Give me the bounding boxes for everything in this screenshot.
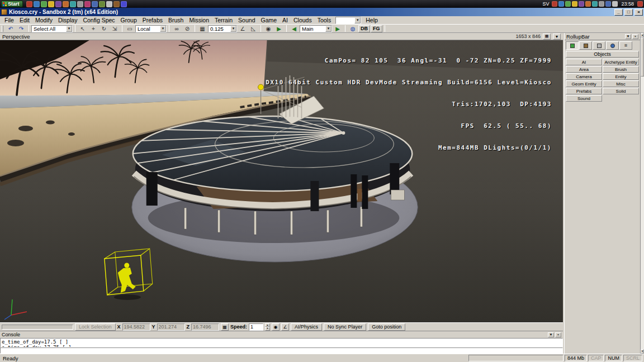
undo-icon[interactable]: ↶ [6,25,16,32]
redo-icon[interactable]: ↷ [16,25,26,32]
console-input[interactable] [0,347,563,354]
globe-icon[interactable]: ◍ [348,25,358,32]
tray-icon[interactable] [558,1,564,7]
tray-icon[interactable] [552,1,557,7]
menu-config-spec[interactable]: Config Spec [80,17,117,23]
taskbar-icon[interactable] [34,1,40,7]
snap-value-dropdown[interactable]: 0.125 ▼ [208,25,237,32]
taskbar-icon[interactable] [113,1,120,7]
viewport-3d-scene[interactable]: CamPos= 82 105 36 Angl=-31 0 -72 ZN=0.25… [0,40,563,322]
goto-prev-location-icon[interactable]: ◀ [289,25,299,32]
rollup-tab-layers[interactable]: ≡ [619,41,632,50]
object-button-sound[interactable]: Sound [566,95,602,102]
selection-mask-dropdown[interactable]: Select All ▼ [31,25,73,32]
taskbar-icon[interactable] [48,1,54,7]
menu-file[interactable]: File [2,17,17,23]
tray-icon[interactable] [572,1,577,7]
menu-clouds[interactable]: Clouds [291,17,315,23]
dropdown-arrow-icon[interactable]: ▼ [354,17,361,23]
play-game-icon[interactable]: ▶ [274,25,284,32]
object-button-entity[interactable]: Entity [603,73,639,80]
scrollbar-thumb[interactable] [641,37,644,77]
object-button-misc[interactable]: Misc [603,80,639,87]
start-button[interactable]: Start [1,1,23,7]
move-tool-icon[interactable]: + [88,25,98,32]
object-button-archetype-entity[interactable]: Archetype Entity [603,59,639,65]
taskbar-icon[interactable] [121,1,127,7]
tray-icon[interactable] [612,1,618,7]
tray-icon[interactable] [637,1,643,7]
tray-language-label[interactable]: SV [541,1,551,7]
no-sync-player-button[interactable]: No Sync Player [324,323,366,331]
objects-section-header[interactable]: Objects [566,51,639,58]
menu-modify[interactable]: Modify [32,17,55,23]
dropdown-arrow-icon[interactable]: ▼ [230,26,236,32]
viewport-menu-icon[interactable]: ▼ [553,34,561,40]
viewport-grid-icon[interactable]: ▦ [543,34,551,40]
lock-selection-button[interactable]: Lock Selection [75,323,116,331]
dropdown-arrow-icon[interactable]: ▼ [66,26,72,32]
object-button-solid[interactable]: Solid [603,88,639,94]
object-button-ai[interactable]: AI [566,59,602,65]
object-button-brush[interactable]: Brush [603,66,639,73]
minimize-button[interactable]: _ [614,9,623,16]
menu-help[interactable]: Help [363,17,381,23]
scroll-up-icon[interactable]: ▲ [641,33,644,37]
rollupbar-close-icon[interactable]: × [632,34,638,39]
menu-prefabs[interactable]: Prefabs [140,17,165,23]
scale-tool-icon[interactable]: ⇲ [110,25,120,32]
yellow-ball-light[interactable] [258,84,264,90]
taskbar-icon[interactable] [99,1,105,7]
viewport-type-label[interactable]: Perspective [2,34,30,40]
rollup-tab-modelling[interactable] [593,41,605,50]
console-log-line[interactable]: e_time_of_day=17.5 [ ] [2,339,561,345]
tray-icon[interactable] [579,1,584,7]
dropdown-arrow-icon[interactable]: ▼ [325,26,332,32]
camera-target-dropdown[interactable]: Main ▼ [300,25,332,32]
taskbar-icon[interactable] [106,1,112,7]
flowgraph-button[interactable]: FG [371,25,382,32]
terrain-snap-icon[interactable]: ∠ [281,323,289,331]
dropdown-arrow-icon[interactable]: ▼ [160,26,166,32]
menu-game[interactable]: Game [258,17,280,23]
menu-tools[interactable]: Tools [315,17,334,23]
menu-group[interactable]: Group [118,17,140,23]
database-view-button[interactable]: DB [358,25,370,32]
taskbar-icon[interactable] [55,1,61,7]
brush-slider-track[interactable] [2,325,73,330]
menu-terrain[interactable]: Terrain [212,17,235,23]
taskbar-icon[interactable] [84,1,91,7]
rollup-tab-objects[interactable] [566,41,579,50]
coord-system-dropdown[interactable]: Local ▼ [135,25,167,32]
menu-brush[interactable]: Brush [165,17,186,23]
link-objects-icon[interactable]: ∞ [172,25,182,32]
rollupbar-pin-icon[interactable]: ▼ [625,34,631,39]
rollupbar-scrollbar[interactable]: ▲ ▼ [640,33,644,354]
console-close-icon[interactable]: × [555,332,561,337]
console-menu-icon[interactable]: ▼ [548,332,554,337]
select-tool-icon[interactable]: ↖ [78,25,88,32]
scroll-down-icon[interactable]: ▼ [641,349,644,354]
tray-icon[interactable] [599,1,604,7]
ruler-tool-icon[interactable]: ◺ [248,25,258,32]
speed-input[interactable] [249,323,263,331]
menubar-combo[interactable]: ▼ [335,17,361,24]
physics-sim-icon[interactable]: ◉ [263,25,273,32]
goto-position-button[interactable]: Goto position [368,323,405,331]
camera-collision-icon[interactable]: ◉ [272,323,280,331]
lock-axes-toggle-icon[interactable]: ▦ [221,323,229,331]
snap-angle-icon[interactable]: ∠ [238,25,248,32]
select-object-icon[interactable]: ▭ [125,25,135,32]
tray-icon[interactable] [585,1,591,7]
z-coord-field[interactable] [191,323,219,331]
tray-icon[interactable] [605,1,611,7]
object-button-prefabs[interactable]: Prefabs [566,88,602,94]
snap-grid-icon[interactable]: ▦ [197,25,207,32]
object-button-geom-entity[interactable]: Geom Entity [566,80,602,87]
taskbar-clock[interactable]: 23:58 [619,1,636,7]
menu-display[interactable]: Display [55,17,80,23]
taskbar-icon[interactable] [41,1,47,7]
object-button-area[interactable]: Area [566,66,602,73]
taskbar-icon[interactable] [92,1,98,7]
taskbar-icon[interactable] [26,1,32,7]
